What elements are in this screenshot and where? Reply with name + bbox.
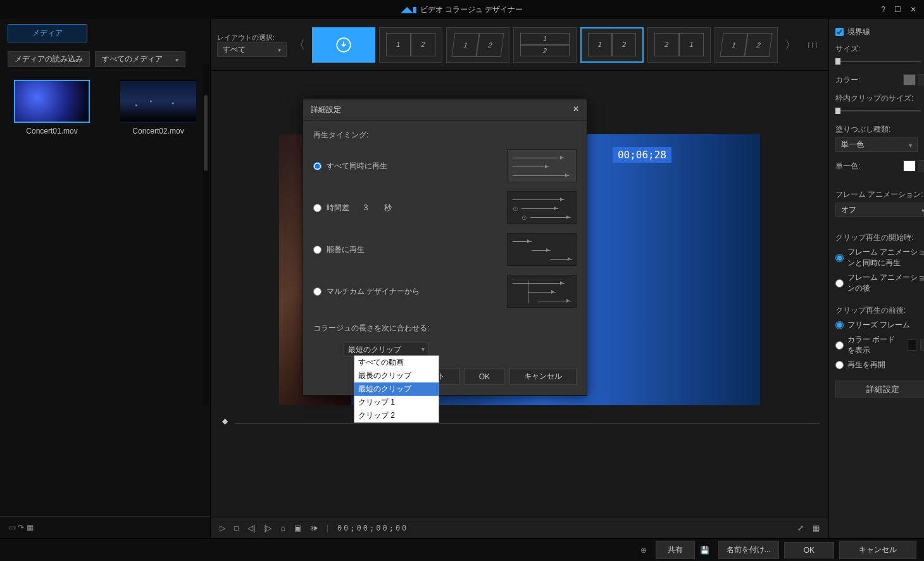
start-with-anim-radio[interactable]: フレーム アニメーションと同時に再生 <box>835 247 924 268</box>
media-thumbnail[interactable] <box>120 80 196 123</box>
layout-download-button[interactable] <box>312 27 375 63</box>
combo-option[interactable]: 最短のクリップ <box>354 382 439 396</box>
clip-start-label: クリップ再生の開始時: <box>835 232 924 243</box>
tab-media[interactable]: メディア <box>8 24 87 42</box>
import-media-button[interactable]: メディアの読み込み <box>8 51 90 67</box>
media-thumbnail[interactable] <box>14 80 90 123</box>
timing-diagram-icon <box>507 275 577 308</box>
dialog-close-icon[interactable]: ✕ <box>573 104 579 115</box>
fill-type-dropdown[interactable]: 単一色 <box>835 137 918 152</box>
preview-timecode: 00;06;28 <box>613 147 671 163</box>
eyedropper-icon[interactable] <box>918 74 924 85</box>
play-icon[interactable]: ▷ <box>220 524 225 533</box>
download-icon <box>335 37 352 53</box>
layout-template[interactable]: 12 <box>446 27 509 63</box>
resume-play-radio[interactable]: 再生を再開 <box>835 360 924 370</box>
next-frame-icon[interactable]: |▷ <box>264 524 272 533</box>
single-color-label: 単一色: <box>835 161 860 172</box>
clip-end-label: クリップ再生の前後: <box>835 305 924 316</box>
eyedropper-icon[interactable] <box>920 339 924 351</box>
footer-bar: ⊕ 共有 💾 名前を付け... OK キャンセル <box>0 538 924 561</box>
timing-section-label: 再生タイミング: <box>313 130 577 141</box>
globe-icon[interactable]: ⊕ <box>640 546 647 555</box>
border-checkbox[interactable]: 境界線 <box>835 27 924 37</box>
snapshot-icon[interactable]: ⌂ <box>281 524 285 533</box>
media-item[interactable]: Concert02.mov <box>114 80 203 136</box>
advanced-settings-button[interactable]: 詳細設定 <box>835 381 924 398</box>
layout-template[interactable]: 12 <box>513 27 577 63</box>
timing-diagram-icon: ⏲ ⏲ <box>507 191 577 224</box>
layout-bar: レイアウトの選択: すべて 〈 12 12 12 12 21 12 〉 ⫶⫶⫶ <box>211 19 828 71</box>
save-icon[interactable]: 💾 <box>700 546 709 555</box>
inner-size-slider[interactable]: 0 <box>835 106 924 115</box>
title-bar: ◢◣▮ ビデオ コラージュ デザイナー ? ☐ ✕ <box>0 0 924 19</box>
delay-radio[interactable]: 時間差 3 秒 <box>313 203 421 213</box>
inner-size-label: 枠内クリップのサイズ: <box>835 93 924 104</box>
dialog-ok-button[interactable]: OK <box>465 368 504 385</box>
timeline-playhead-icon[interactable]: ◆ <box>222 417 228 425</box>
combo-option[interactable]: クリップ 1 <box>354 396 439 409</box>
layout-next-button[interactable]: 〉 <box>782 27 799 63</box>
frame-anim-label: フレーム アニメーション: <box>835 189 924 200</box>
layout-template[interactable]: 12 <box>715 27 778 63</box>
length-section-label: コラージュの長さを次に合わせる: <box>313 323 577 334</box>
combo-option[interactable]: すべての動画 <box>354 356 439 369</box>
combo-option[interactable]: クリップ 2 <box>354 409 439 422</box>
share-button[interactable]: 共有 <box>656 541 695 559</box>
dialog-cancel-button[interactable]: キャンセル <box>509 368 577 385</box>
quality-icon[interactable]: ▦ <box>813 524 820 533</box>
stop-icon[interactable]: □ <box>234 524 239 533</box>
playback-timecode: 00;00;00;00 <box>337 524 408 533</box>
collage-length-options: すべての動画 最長のクリップ 最短のクリップ クリップ 1 クリップ 2 <box>354 355 439 423</box>
layout-template[interactable]: 12 <box>580 27 644 63</box>
color-board-radio[interactable]: カラー ボードを表示 <box>835 334 924 356</box>
app-title: ビデオ コラージュ デザイナー <box>420 4 523 15</box>
fill-color-swatch[interactable] <box>903 160 916 172</box>
play-all-radio[interactable]: すべて同時に再生 <box>313 161 421 172</box>
properties-panel: 境界線 サイズ: 0 カラー: 枠内クリップのサイズ: 0 塗りつぶし種類: 単… <box>828 19 924 538</box>
layout-template[interactable]: 12 <box>379 27 442 63</box>
advanced-settings-dialog: 詳細設定 ✕ 再生タイミング: すべて同時に再生 時間差 3 秒 ⏲ ⏲ <box>303 99 587 396</box>
sequential-radio[interactable]: 順番に再生 <box>313 244 421 255</box>
media-filter-dropdown[interactable]: すべてのメディア <box>95 51 185 67</box>
timing-diagram-icon <box>507 233 577 266</box>
media-panel: メディア メディアの読み込み すべてのメディア Concert01.mov Co… <box>0 19 211 538</box>
layout-prev-button[interactable]: 〈 <box>290 27 308 63</box>
size-slider[interactable]: 0 <box>835 57 924 66</box>
ok-button[interactable]: OK <box>784 542 834 558</box>
frame-anim-dropdown[interactable]: オフ <box>835 203 924 217</box>
freeze-frame-radio[interactable]: フリーズ フレーム <box>835 320 924 331</box>
start-after-anim-radio[interactable]: フレーム アニメーションの後 <box>835 272 924 294</box>
close-icon[interactable]: ✕ <box>910 5 916 14</box>
border-color-swatch[interactable] <box>903 74 916 85</box>
layout-filter-dropdown[interactable]: すべて <box>217 42 287 57</box>
playback-controls: ▷ □ ◁| |▷ ⌂ ▣ 🕪 | 00;00;00;00 ⤢ ▦ <box>211 517 828 538</box>
volume-icon[interactable]: 🕪 <box>310 524 318 533</box>
media-filter-label: すべてのメディア <box>102 54 163 65</box>
saveas-button[interactable]: 名前を付け... <box>718 541 779 559</box>
eyedropper-icon[interactable] <box>918 160 924 172</box>
color-label: カラー: <box>835 75 860 85</box>
media-filename: Concert02.mov <box>114 127 203 136</box>
layout-grid-icon[interactable]: ⫶⫶⫶ <box>803 27 822 63</box>
loop-icon[interactable]: ▣ <box>294 524 301 533</box>
combo-option[interactable]: 最長のクリップ <box>354 369 439 382</box>
media-filename: Concert01.mov <box>8 127 96 136</box>
storyboard-toggle-icon[interactable]: ▭ ↷ ▦ <box>9 523 34 532</box>
colorboard-swatch[interactable] <box>907 339 917 351</box>
help-icon[interactable]: ? <box>881 5 885 14</box>
layout-select-label: レイアウトの選択: <box>217 33 287 42</box>
maximize-icon[interactable]: ☐ <box>894 5 901 14</box>
undock-icon[interactable]: ⤢ <box>797 524 804 533</box>
scrollbar[interactable] <box>203 63 209 405</box>
size-label: サイズ: <box>835 44 924 54</box>
timing-diagram-icon <box>507 149 577 182</box>
multicam-radio[interactable]: マルチカム デザイナーから <box>313 286 421 297</box>
prev-frame-icon[interactable]: ◁| <box>247 524 255 533</box>
preview-timeline[interactable]: ◆ <box>220 418 820 429</box>
layout-template[interactable]: 21 <box>647 27 711 63</box>
media-item[interactable]: Concert01.mov <box>8 80 96 136</box>
dialog-title: 詳細設定 <box>311 104 341 115</box>
fill-label: 塗りつぶし種類: <box>835 124 924 135</box>
cancel-button[interactable]: キャンセル <box>839 541 916 559</box>
